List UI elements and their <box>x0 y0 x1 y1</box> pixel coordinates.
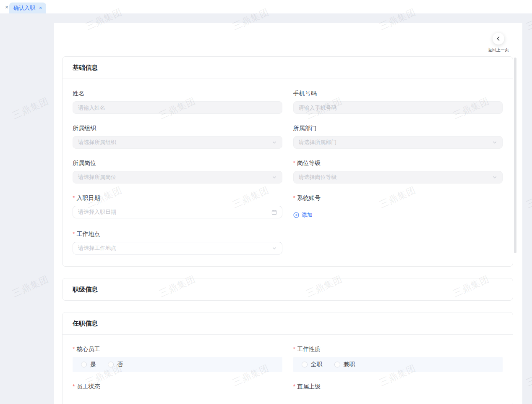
tab-confirm-onboarding[interactable]: 确认入职 × <box>9 3 46 13</box>
name-input-wrap <box>73 101 282 114</box>
required-mark: * <box>73 346 75 352</box>
tab-bar: × 确认入职 × <box>0 0 532 13</box>
org-select[interactable]: 请选择所属组织 <box>73 136 282 149</box>
chevron-left-icon <box>495 36 501 42</box>
section-title-rank: 职级信息 <box>63 278 513 300</box>
field-work-nature-label: *工作性质 <box>293 345 503 353</box>
field-direct-leader-label: *直属上级 <box>293 382 503 391</box>
radio-option-no[interactable]: 否 <box>108 361 123 368</box>
main-content-panel: 返回上一页 基础信息 姓名 手机号码 <box>54 23 522 404</box>
watermark-text: 三鼎集团 <box>524 362 532 389</box>
phone-input[interactable] <box>299 105 498 111</box>
phone-input-wrap <box>293 101 503 114</box>
required-mark: * <box>293 383 295 390</box>
section-title-basic: 基础信息 <box>63 57 513 79</box>
field-org-label: 所属组织 <box>73 124 282 132</box>
back-button-label: 返回上一页 <box>487 47 510 53</box>
field-post: 所属岗位 请选择所属岗位 <box>73 159 282 184</box>
post-select[interactable]: 请选择所属岗位 <box>73 171 282 184</box>
field-employee-status: *员工状态 <box>73 382 282 394</box>
field-post-label: 所属岗位 <box>73 159 282 167</box>
add-system-account-button[interactable]: 添加 <box>293 211 313 219</box>
field-work-nature: *工作性质 全职 兼职 <box>293 345 503 372</box>
dept-select[interactable]: 请选择所属部门 <box>293 136 503 149</box>
radio-circle <box>334 362 340 367</box>
field-direct-leader: *直属上级 <box>293 382 503 394</box>
field-dept: 所属部门 请选择所属部门 <box>293 124 503 149</box>
required-mark: * <box>293 194 295 201</box>
field-system-account-label: *系统账号 <box>293 194 503 202</box>
post-level-select[interactable]: 请选择岗位等级 <box>293 171 503 184</box>
chevron-down-icon <box>492 140 497 145</box>
calendar-icon <box>271 210 277 215</box>
card-rank-info: 职级信息 <box>62 278 513 301</box>
field-entry-date: *入职日期 请选择入职日期 <box>73 194 282 220</box>
field-post-level-label: *岗位等级 <box>293 159 503 167</box>
radio-option-yes[interactable]: 是 <box>81 361 96 368</box>
radio-circle <box>302 362 308 367</box>
tab-label: 确认入职 <box>13 4 35 12</box>
radio-circle <box>108 362 114 367</box>
chevron-down-icon <box>272 246 277 251</box>
collapse-close-icon[interactable]: × <box>3 4 10 10</box>
vertical-scrollbar-thumb[interactable] <box>514 58 516 253</box>
field-name-label: 姓名 <box>73 89 282 97</box>
field-system-account: *系统账号 添加 <box>293 194 503 220</box>
field-name: 姓名 <box>73 89 282 114</box>
plus-circle-icon <box>293 212 299 218</box>
chevron-down-icon <box>272 140 277 145</box>
chevron-down-icon <box>272 175 277 180</box>
field-core-employee: *核心员工 是 否 <box>73 345 282 372</box>
work-place-select[interactable]: 请选择工作地点 <box>73 242 282 254</box>
field-org: 所属组织 请选择所属组织 <box>73 124 282 149</box>
section-title-employment: 任职信息 <box>63 312 513 335</box>
tab-close-icon[interactable]: × <box>39 5 42 11</box>
field-dept-label: 所属部门 <box>293 124 503 132</box>
entry-date-picker[interactable]: 请选择入职日期 <box>73 206 282 218</box>
field-post-level: *岗位等级 请选择岗位等级 <box>293 159 503 184</box>
back-button[interactable] <box>493 33 504 45</box>
field-work-place-label: *工作地点 <box>73 230 282 238</box>
field-core-employee-label: *核心员工 <box>73 345 282 353</box>
work-nature-radio-group: 全职 兼职 <box>293 357 503 372</box>
watermark-text: 三鼎集团 <box>10 95 51 122</box>
radio-option-parttime[interactable]: 兼职 <box>334 361 355 368</box>
radio-option-fulltime[interactable]: 全职 <box>302 361 323 368</box>
required-mark: * <box>293 346 295 352</box>
field-phone: 手机号码 <box>293 89 503 114</box>
name-input[interactable] <box>78 105 277 111</box>
card-employment-info: 任职信息 *核心员工 是 否 *工作性质 全职 <box>62 312 513 404</box>
required-mark: * <box>293 160 295 166</box>
field-phone-label: 手机号码 <box>293 89 503 97</box>
chevron-down-icon <box>492 175 497 180</box>
field-entry-date-label: *入职日期 <box>73 194 282 202</box>
field-employee-status-label: *员工状态 <box>73 382 282 391</box>
watermark-text: 三鼎集团 <box>524 184 532 211</box>
required-mark: * <box>73 194 75 201</box>
card-basic-info: 基础信息 姓名 手机号码 <box>62 56 513 267</box>
required-mark: * <box>73 231 75 237</box>
required-mark: * <box>73 383 75 390</box>
core-employee-radio-group: 是 否 <box>73 357 282 372</box>
watermark-text: 三鼎集团 <box>10 273 51 300</box>
radio-circle <box>81 362 87 367</box>
field-work-place: *工作地点 请选择工作地点 <box>73 230 282 254</box>
back-button-group: 返回上一页 <box>487 33 510 53</box>
